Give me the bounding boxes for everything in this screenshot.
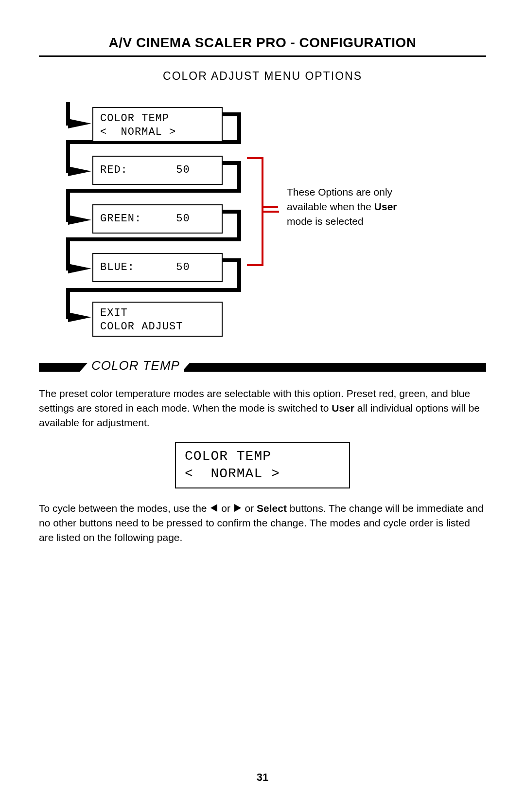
paragraph-2: To cycle between the modes, use the or o… xyxy=(39,501,486,545)
section-heading-label: COLOR TEMP xyxy=(88,358,184,373)
title-rule xyxy=(39,55,486,57)
note-bold: User xyxy=(374,201,397,212)
note-text: mode is selected xyxy=(287,216,364,227)
right-arrow-icon xyxy=(234,504,241,512)
lcd-line: COLOR TEMP xyxy=(100,112,169,125)
text: To cycle between the modes, use the xyxy=(39,503,210,514)
subtitle: COLOR ADJUST MENU OPTIONS xyxy=(39,70,486,83)
paragraph-1: The preset color temperature modes are s… xyxy=(39,386,486,430)
lcd-line: BLUE: 50 xyxy=(100,261,190,273)
lcd-exit: EXIT COLOR ADJUST xyxy=(92,302,223,337)
svg-marker-4 xyxy=(68,312,91,322)
section-heading: COLOR TEMP xyxy=(39,360,486,376)
text-bold: Select xyxy=(257,503,287,514)
page-number: 31 xyxy=(0,771,525,784)
lcd-line: RED: 50 xyxy=(100,164,190,176)
left-arrow-icon xyxy=(210,504,217,512)
lcd-color-temp: COLOR TEMP < NORMAL > xyxy=(92,107,223,142)
text-bold: User xyxy=(332,402,354,414)
svg-marker-6 xyxy=(182,363,486,372)
lcd-line: COLOR ADJUST xyxy=(100,321,183,333)
svg-marker-5 xyxy=(39,363,88,372)
text: or xyxy=(218,503,233,514)
svg-marker-2 xyxy=(68,215,91,225)
user-mode-note: These Options are only available when th… xyxy=(287,185,408,229)
lcd-blue: BLUE: 50 xyxy=(92,253,223,282)
lcd-example: COLOR TEMP < NORMAL > xyxy=(175,442,350,488)
lcd-line: GREEN: 50 xyxy=(100,213,190,225)
lcd-line: < NORMAL > xyxy=(100,126,176,138)
lcd-green: GREEN: 50 xyxy=(92,204,223,234)
svg-marker-1 xyxy=(68,166,91,176)
svg-marker-0 xyxy=(68,119,91,128)
menu-diagram: COLOR TEMP < NORMAL > RED: 50 GREEN: 50 … xyxy=(39,97,486,345)
lcd-line: COLOR TEMP xyxy=(185,449,271,464)
lcd-red: RED: 50 xyxy=(92,156,223,185)
lcd-line: EXIT xyxy=(100,307,128,319)
lcd-line: < NORMAL > xyxy=(185,466,280,481)
text: or xyxy=(242,503,257,514)
page-title: A/V CINEMA SCALER PRO - CONFIGURATION xyxy=(39,35,486,51)
svg-marker-3 xyxy=(68,264,91,273)
